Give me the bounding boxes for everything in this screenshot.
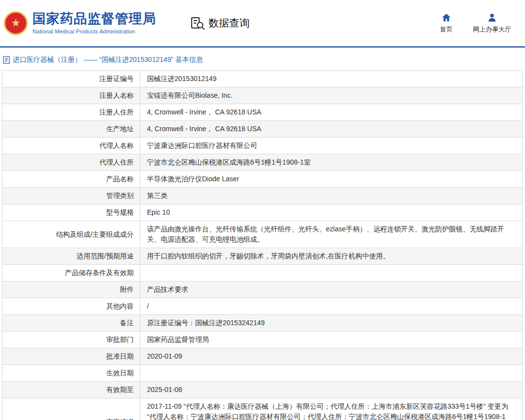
row-value: 2025-01-08	[140, 382, 523, 398]
brand-block: 国家药品监督管理局 National Medical Products Admi…	[32, 12, 156, 34]
row-label: 结构及组成/主要组成成分	[2, 221, 140, 248]
table-row: 生效日期	[2, 365, 523, 382]
table-row: 有效期至 2025-01-08	[2, 382, 523, 398]
row-label: 注册人名称	[2, 87, 140, 104]
row-value: 第三类	[140, 188, 523, 204]
row-label: 产品名称	[2, 171, 140, 188]
data-query-label: 数据查询	[208, 16, 250, 30]
row-label: 管理类别	[2, 188, 140, 204]
row-value: 半导体激光治疗仪Diode Laser	[140, 171, 523, 188]
row-label: 型号规格	[2, 204, 140, 221]
home-icon	[441, 13, 451, 23]
row-value: 该产品由激光操作台、光纤传输系统（光纤组件、光纤头、ezlase手柄）、远程连锁…	[140, 221, 523, 248]
data-query-section[interactable]: 数据查询	[191, 16, 250, 30]
row-value	[140, 365, 523, 382]
table-row: 注册人住所 4, Cromwell - Irvine， CA 92618 USA	[2, 104, 523, 121]
table-row: 附件 产品技术要求	[2, 281, 523, 298]
table-row: 变更情况 2017-11-09 “代理人名称：康达医疗器械（上海）有限公司；代理…	[2, 398, 523, 420]
row-value: 用于口腔内软组织的切开，牙龈切除术，牙周袋内壁清创术,在医疗机构中使用。	[140, 248, 523, 265]
nav-item-service-hall[interactable]: 网上办事大厅	[473, 13, 511, 34]
row-value: 宁波康达洲际口腔医疗器材有限公司	[140, 138, 523, 154]
row-value: 4, Cromwell - Irvine， CA 92618 USA	[140, 104, 523, 121]
row-value: 产品技术要求	[140, 281, 523, 298]
row-value: 宁波市北仑区梅山保税港区成海路6号1幢1号1908-1室	[140, 154, 523, 171]
nav-item-label: 网上办事大厅	[473, 25, 511, 34]
nav-item-label: 首页	[440, 25, 453, 34]
row-label: 生效日期	[2, 365, 140, 382]
site-subtitle: National Medical Products Administration	[32, 28, 156, 34]
table-row: 管理类别 第三类	[2, 188, 523, 204]
row-label: 批准日期	[2, 348, 140, 365]
breadcrumb-text: 进口医疗器械（注册） —— “国械注进20153012149” 基本信息	[13, 56, 203, 64]
row-label: 适用范围/预期用途	[2, 248, 140, 265]
row-label: 备注	[2, 315, 140, 332]
table-row: 产品名称 半导体激光治疗仪Diode Laser	[2, 171, 523, 188]
row-label: 生产地址	[2, 121, 140, 138]
row-value: 宝镭适有限公司Biolase, Inc.	[140, 87, 523, 104]
row-label: 产品储存条件及有效期	[2, 265, 140, 281]
table-row: 生产地址 4, Cromwell - Irvine， CA 92618 USA	[2, 121, 523, 138]
row-value: 国家药品监督管理局	[140, 332, 523, 348]
table-row: 产品储存条件及有效期	[2, 265, 523, 281]
registration-info-table: 注册证编号 国械注进20153012149 注册人名称 宝镭适有限公司Biola…	[2, 70, 523, 420]
row-value: 2020-01-09	[140, 348, 523, 365]
table-row: 适用范围/预期用途 用于口腔内软组织的切开，牙龈切除术，牙周袋内壁清创术,在医疗…	[2, 248, 523, 265]
table-row: 型号规格 Epic 10	[2, 204, 523, 221]
table-row: 代理人住所 宁波市北仑区梅山保税港区成海路6号1幢1号1908-1室	[2, 154, 523, 171]
row-label: 有效期至	[2, 382, 140, 398]
emblem-star-icon: ★	[11, 18, 21, 28]
site-header: ★ 国家药品监督管理局 National Medical Products Ad…	[0, 0, 525, 48]
row-label: 变更情况	[2, 398, 140, 420]
nav-item-home[interactable]: 首页	[435, 13, 458, 34]
row-label: 审批部门	[2, 332, 140, 348]
row-label: 其他内容	[2, 298, 140, 315]
table-row: 代理人名称 宁波康达洲际口腔医疗器材有限公司	[2, 138, 523, 154]
row-value: Epic 10	[140, 204, 523, 221]
table-row: 结构及组成/主要组成成分 该产品由激光操作台、光纤传输系统（光纤组件、光纤头、e…	[2, 221, 523, 248]
row-value: 2017-11-09 “代理人名称：康达医疗器械（上海）有限公司；代理人住所：上…	[140, 398, 523, 420]
data-query-icon	[191, 17, 205, 30]
row-label: 注册证编号	[2, 71, 140, 87]
table-row: 注册人名称 宝镭适有限公司Biolase, Inc.	[2, 87, 523, 104]
row-label: 注册人住所	[2, 104, 140, 121]
row-value	[140, 265, 523, 281]
row-label: 代理人住所	[2, 154, 140, 171]
site-title: 国家药品监督管理局	[32, 12, 156, 27]
document-icon	[3, 56, 10, 64]
person-icon	[487, 13, 497, 23]
table-row: 其他内容 /	[2, 298, 523, 315]
row-value: 4, Cromwell - Irvine， CA 92618 USA	[140, 121, 523, 138]
table-row: 备注 原注册证编号：国械注进20153242149	[2, 315, 523, 332]
row-label: 代理人名称	[2, 138, 140, 154]
row-label: 附件	[2, 281, 140, 298]
table-row: 批准日期 2020-01-09	[2, 348, 523, 365]
row-value: 国械注进20153012149	[140, 71, 523, 87]
row-value: /	[140, 298, 523, 315]
national-emblem-logo: ★	[4, 11, 28, 35]
row-value: 原注册证编号：国械注进20153242149	[140, 315, 523, 332]
header-nav: 首页 网上办事大厅	[435, 13, 525, 34]
table-row: 审批部门 国家药品监督管理局	[2, 332, 523, 348]
breadcrumb[interactable]: 进口医疗器械（注册） —— “国械注进20153012149” 基本信息	[3, 56, 523, 64]
table-row: 注册证编号 国械注进20153012149	[2, 71, 523, 87]
